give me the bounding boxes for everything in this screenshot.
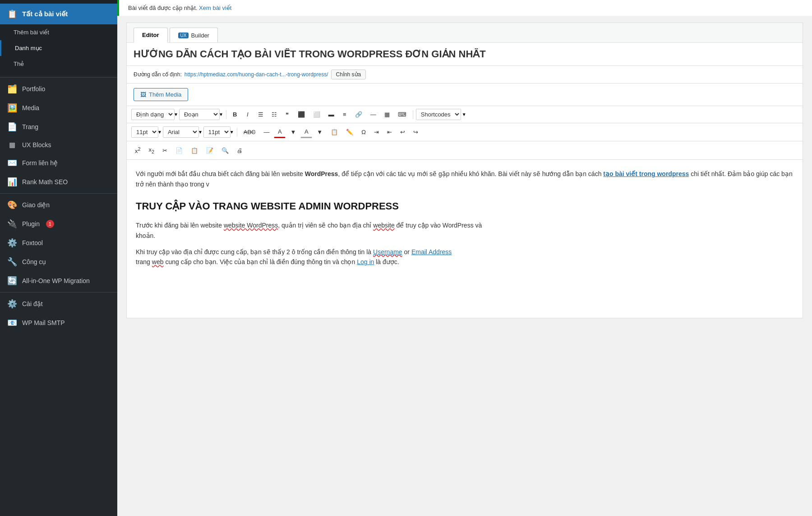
toolbar-divider-2 — [413, 110, 413, 119]
font-color-button[interactable]: A — [274, 126, 286, 138]
sidebar-item-add-post[interactable]: Thêm bài viết — [0, 24, 117, 40]
font-color-dropdown[interactable]: ▼ — [286, 126, 300, 138]
sidebar-item-allinone-wp[interactable]: 🔄 All-in-One WP Migration — [0, 271, 117, 290]
paragraph-select[interactable]: Đoạn — [179, 109, 220, 120]
tabs-bar: Editor UX Builder — [127, 23, 803, 43]
sidebar: 📋 Tất cả bài viết Thêm bài viết Danh mục… — [0, 0, 117, 516]
font-size-2-dropdown-icon: ▼ — [230, 130, 234, 135]
horizontal-rule-button[interactable]: — — [260, 126, 273, 138]
table-button[interactable]: ▦ — [381, 109, 393, 120]
subscript-button[interactable]: x2 — [145, 144, 158, 157]
sidebar-item-media[interactable]: 🖼️ Media — [0, 98, 117, 117]
add-media-button[interactable]: 🖼 Thêm Media — [134, 88, 188, 101]
sidebar-item-category[interactable]: Danh mục — [0, 40, 117, 56]
sidebar-item-wp-mail-smtp[interactable]: 📧 WP Mail SMTP — [0, 313, 117, 332]
copy-button[interactable]: 📄 — [172, 145, 186, 156]
font-size-select-1[interactable]: 11pt — [131, 126, 158, 138]
para-dang-nhap: Khi truy cập vào địa chỉ được cung cấp, … — [136, 247, 794, 267]
sidebar-item-tag[interactable]: Thẻ — [0, 56, 117, 72]
permalink-edit-button[interactable]: Chỉnh sửa — [331, 70, 366, 79]
font-family-select[interactable]: Arial — [163, 126, 199, 138]
tao-bai-viet-link[interactable]: tạo bài viết trong wordpress — [603, 170, 689, 177]
bold-button[interactable]: B — [229, 109, 241, 120]
media-icon: 🖼️ — [7, 103, 18, 113]
print-button[interactable]: 🖨 — [233, 145, 246, 156]
intro-paragraph: Với người mới bắt đầu chưa biết cách đăn… — [136, 169, 794, 189]
cong-cu-icon: 🔧 — [7, 257, 18, 267]
unordered-list-button[interactable]: ☰ — [254, 109, 267, 120]
shortcodes-dropdown-icon: ▼ — [462, 112, 466, 117]
insert-edit-link-button[interactable]: 🔗 — [351, 109, 366, 120]
post-title-input[interactable] — [134, 48, 796, 60]
tab-editor[interactable]: Editor — [134, 28, 168, 43]
giao-dien-icon: 🎨 — [7, 200, 18, 210]
strikethrough-button[interactable]: ABC — [240, 126, 259, 138]
posts-icon: 📋 — [7, 9, 18, 19]
paste-button[interactable]: 📋 — [187, 145, 202, 156]
permalink-bar: Đường dẫn cố định: https://hptmediaz.com… — [127, 66, 803, 84]
superscript-button[interactable]: x2 — [131, 144, 144, 157]
sidebar-item-cai-dat[interactable]: ⚙️ Cài đặt — [0, 294, 117, 313]
more-break-button[interactable]: — — [367, 109, 380, 120]
allinone-icon: 🔄 — [7, 276, 18, 286]
font-size-select-2[interactable]: 11pt — [203, 126, 231, 138]
username-link[interactable]: Username — [373, 248, 402, 256]
log-in-link[interactable]: Log in — [357, 258, 374, 265]
heading-truy-cap: TRUY CẬP VÀO TRANG WEBSITE ADMIN WORDPRE… — [136, 198, 794, 214]
italic-button[interactable]: I — [242, 109, 254, 120]
website-wordpress-wavy: website WordPress — [224, 222, 278, 229]
special-char-button[interactable]: Ω — [358, 126, 369, 138]
align-justify-button[interactable]: ≡ — [339, 109, 351, 120]
post-title-bar — [127, 43, 803, 66]
clear-formatting-button[interactable]: ✏️ — [342, 126, 357, 138]
rank-math-icon: 📊 — [7, 177, 18, 187]
align-right-button[interactable]: ▬ — [325, 109, 338, 120]
paste-from-word-button[interactable]: 📋 — [327, 126, 341, 138]
format-dropdown-icon: ▼ — [174, 112, 178, 117]
cai-dat-icon: ⚙️ — [7, 299, 18, 309]
cut-button[interactable]: ✂ — [159, 145, 171, 156]
wp-mail-smtp-icon: 📧 — [7, 318, 18, 328]
add-media-bar: 🖼 Thêm Media — [127, 84, 803, 106]
undo-button[interactable]: ↩ — [397, 126, 409, 138]
redo-button[interactable]: ↪ — [410, 126, 422, 138]
highlight-color-dropdown[interactable]: ▼ — [313, 126, 326, 138]
trang-icon: 📄 — [7, 122, 18, 132]
paragraph-dropdown-icon: ▼ — [219, 112, 223, 117]
outdent-button[interactable]: ⇤ — [383, 126, 396, 138]
sidebar-item-foxtool[interactable]: ⚙️ Foxtool — [0, 233, 117, 252]
paste-text-button[interactable]: 📝 — [203, 145, 217, 156]
sidebar-item-portfolio[interactable]: 🗂️ Portfolio — [0, 79, 117, 98]
indent-button[interactable]: ⇥ — [370, 126, 383, 138]
toolbar-row-1: Định dạng ▼ Đoạn ▼ B I ☰ ☷ ❝ ⬛ ⬜ ▬ ≡ 🔗 —… — [127, 106, 803, 123]
sidebar-item-giao-dien[interactable]: 🎨 Giao diện — [0, 195, 117, 214]
plugin-icon: 🔌 — [7, 219, 18, 229]
sidebar-item-trang[interactable]: 📄 Trang — [0, 117, 117, 136]
sidebar-item-cong-cu[interactable]: 🔧 Công cụ — [0, 252, 117, 271]
main-content: Bài viết đã được cập nhật. Xem bài viết … — [117, 0, 812, 516]
toolbar-divider-3 — [237, 128, 237, 137]
email-address-link[interactable]: Email Address — [411, 248, 452, 256]
editor-content[interactable]: Với người mới bắt đầu chưa biết cách đăn… — [127, 160, 803, 318]
align-center-button[interactable]: ⬜ — [309, 109, 324, 120]
sidebar-item-rank-math-seo[interactable]: 📊 Rank Math SEO — [0, 172, 117, 191]
find-replace-button[interactable]: 🔍 — [218, 145, 232, 156]
website-wavy: website — [373, 222, 394, 229]
shortcodes-select[interactable]: Shortcodes — [416, 109, 461, 120]
blockquote-button[interactable]: ❝ — [281, 109, 293, 120]
highlight-color-button[interactable]: A — [300, 126, 312, 138]
keyboard-shortcuts-button[interactable]: ⌨ — [394, 109, 410, 120]
sidebar-item-all-posts[interactable]: 📋 Tất cả bài viết — [0, 4, 117, 24]
sidebar-item-form-lien-he[interactable]: ✉️ Form liên hệ — [0, 153, 117, 172]
sidebar-item-ux-blocks[interactable]: ▦ UX Blocks — [0, 136, 117, 153]
format-select[interactable]: Định dạng — [131, 109, 175, 120]
sidebar-divider-2 — [0, 193, 117, 194]
ux-blocks-icon: ▦ — [7, 141, 18, 149]
align-left-button[interactable]: ⬛ — [294, 109, 309, 120]
permalink-link[interactable]: https://hptmediaz.com/huong-dan-cach-t..… — [185, 71, 328, 78]
view-post-link[interactable]: Xem bài viết — [199, 5, 231, 11]
tab-ux-builder[interactable]: UX Builder — [170, 28, 218, 42]
sidebar-item-plugin[interactable]: 🔌 Plugin 1 — [0, 214, 117, 233]
ordered-list-button[interactable]: ☷ — [268, 109, 281, 120]
sidebar-divider-1 — [0, 77, 117, 78]
